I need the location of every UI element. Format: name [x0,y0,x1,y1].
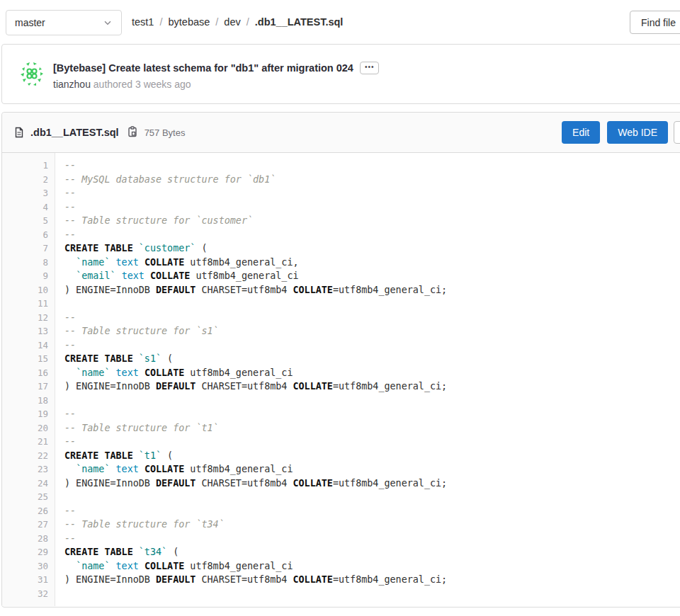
code-text: `name` text COLLATE utf8mb4_general_ci [55,559,293,574]
code-text: `name` text COLLATE utf8mb4_general_ci [55,462,293,477]
line-number[interactable]: 7 [2,241,55,256]
breadcrumb-item[interactable]: bytebase [168,16,210,28]
line-number[interactable]: 16 [2,366,55,380]
code-text [55,394,64,408]
code-text: ) ENGINE=InnoDB DEFAULT CHARSET=utf8mb4 … [55,573,447,587]
line-number[interactable]: 6 [2,228,55,242]
line-number[interactable]: 17 [2,380,55,394]
code-line: 8 `name` text COLLATE utf8mb4_general_ci… [2,256,680,270]
breadcrumb-current-file: .db1__LATEST.sql [255,16,344,28]
code-line: 14-- [2,338,680,353]
line-number[interactable]: 13 [2,324,55,338]
breadcrumb-item[interactable]: dev [224,16,240,28]
commit-meta-text: authored 3 weeks ago [94,79,191,90]
identicon-image [18,59,46,88]
code-line: 20-- Table structure for `t1` [2,421,680,435]
line-number[interactable]: 30 [2,559,55,574]
line-number[interactable]: 29 [2,545,55,559]
code-text: `email` text COLLATE utf8mb4_general_ci [55,269,299,283]
code-line: 26-- [2,504,680,518]
code-line: 17) ENGINE=InnoDB DEFAULT CHARSET=utf8mb… [2,380,680,394]
line-number[interactable]: 32 [2,587,55,601]
line-number[interactable]: 21 [2,435,55,449]
breadcrumb-separator: / [154,16,168,28]
line-number[interactable]: 26 [2,504,55,518]
code-text: -- [55,532,76,546]
code-line: 5-- Table structure for `customer` [2,214,680,228]
download-button[interactable] [674,121,680,144]
line-number[interactable]: 8 [2,256,55,270]
code-view: 1--2-- MySQL database structure for `db1… [2,153,680,606]
line-number[interactable]: 11 [2,297,55,311]
line-number[interactable]: 3 [2,186,55,200]
commit-title[interactable]: [Bytebase] Create latest schema for "db1… [53,62,353,74]
code-line: 31) ENGINE=InnoDB DEFAULT CHARSET=utf8mb… [2,573,680,587]
code-text [55,587,64,601]
clipboard-icon [127,126,138,137]
chevron-down-icon [103,18,113,28]
code-text: -- [55,200,76,215]
code-line: 9 `email` text COLLATE utf8mb4_general_c… [2,269,680,283]
code-line: 18 [2,394,680,408]
line-number[interactable]: 25 [2,490,55,504]
code-text: -- [55,159,76,173]
line-number[interactable]: 4 [2,200,55,215]
breadcrumb-item[interactable]: test1 [132,16,154,28]
code-text: CREATE TABLE `customer` ( [55,241,208,256]
code-line: 4-- [2,200,680,215]
code-text: -- [55,407,76,421]
commit-author-link[interactable]: tianzhou [53,79,91,90]
repo-file-page: master test1/bytebase/dev/.db1__LATEST.s… [0,0,680,616]
code-text: -- Table structure for `s1` [55,324,219,338]
line-number[interactable]: 19 [2,407,55,421]
commit-box: [Bytebase] Create latest schema for "db1… [1,44,680,104]
line-number[interactable]: 5 [2,214,55,228]
line-number[interactable]: 31 [2,573,55,587]
code-text: -- [55,338,76,353]
ellipsis-button[interactable]: ••• [360,62,380,74]
code-line: 13-- Table structure for `s1` [2,324,680,338]
line-number[interactable]: 24 [2,477,55,491]
line-number[interactable]: 23 [2,462,55,477]
copy-path-button[interactable] [125,125,140,140]
code-line: 29CREATE TABLE `t34` ( [2,545,680,559]
line-number[interactable]: 18 [2,394,55,408]
file-header: .db1__LATEST.sql 757 Bytes Edit Web IDE [2,113,680,153]
code-line: 11 [2,297,680,311]
code-text: -- MySQL database structure for `db1` [55,173,276,187]
find-file-button[interactable]: Find file [630,11,680,34]
file-actions: Edit Web IDE [562,121,680,144]
branch-selector[interactable]: master [6,10,122,35]
line-number[interactable]: 14 [2,338,55,353]
code-text: CREATE TABLE `t1` ( [55,449,173,463]
code-line: 28-- [2,532,680,546]
code-text: `name` text COLLATE utf8mb4_general_ci, [55,256,299,270]
line-number[interactable]: 1 [2,159,55,173]
code-text [55,490,64,504]
line-number[interactable]: 2 [2,173,55,187]
code-line: 6-- [2,228,680,242]
code-line: 27-- Table structure for `t34` [2,518,680,532]
code-line: 16 `name` text COLLATE utf8mb4_general_c… [2,366,680,380]
line-number[interactable]: 10 [2,283,55,297]
line-number[interactable]: 20 [2,421,55,435]
line-number[interactable]: 27 [2,518,55,532]
edit-button[interactable]: Edit [562,121,600,144]
line-number[interactable]: 9 [2,269,55,283]
ellipsis-icon: ••• [365,63,375,71]
code-line: 12-- [2,311,680,325]
commit-info: [Bytebase] Create latest schema for "db1… [53,62,671,90]
avatar[interactable] [18,59,46,88]
code-text: -- Table structure for `t34` [55,518,225,532]
code-text: -- [55,504,76,518]
code-text: ) ENGINE=InnoDB DEFAULT CHARSET=utf8mb4 … [55,283,447,297]
code-text: `name` text COLLATE utf8mb4_general_ci [55,366,293,380]
code-line: 2-- MySQL database structure for `db1` [2,173,680,187]
line-number[interactable]: 22 [2,449,55,463]
line-number[interactable]: 15 [2,352,55,366]
line-number[interactable]: 28 [2,532,55,546]
code-text: CREATE TABLE `t34` ( [55,545,178,559]
web-ide-button[interactable]: Web IDE [607,121,668,144]
code-line: 21-- [2,435,680,449]
line-number[interactable]: 12 [2,311,55,325]
